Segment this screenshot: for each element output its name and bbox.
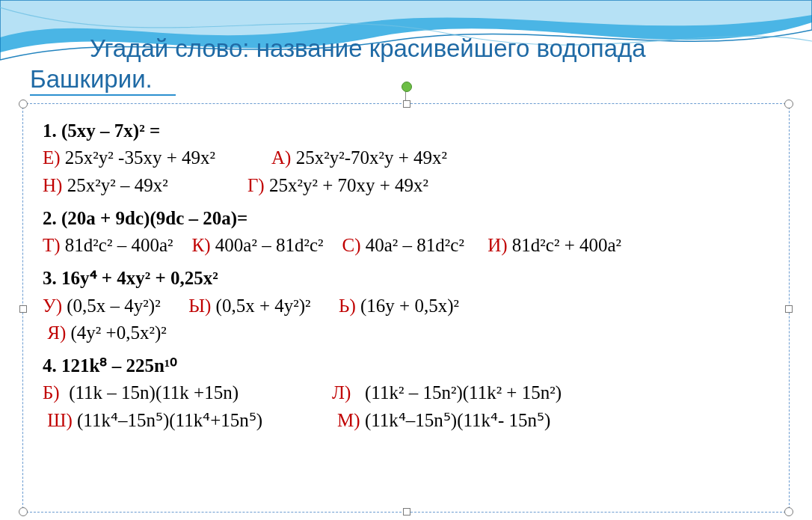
answer-text: 25x²y² + 70xy + 49x² xyxy=(269,175,428,195)
answer-letter: Т) xyxy=(43,235,61,255)
answer-text: (4y² +0,5x²)² xyxy=(71,322,167,343)
q1-answer-E: Е) 25x²y² ‑35xy + 49x² xyxy=(43,144,215,171)
q3-answer-U: У) (0,5x – 4y²)² xyxy=(43,293,161,319)
answer-letter: Л) xyxy=(332,382,351,403)
q4-answer-M: М) (11k⁴–15n⁵)(11k⁴‑ 15n⁵) xyxy=(337,407,550,434)
answer-text: (16y + 0,5x)² xyxy=(360,296,459,316)
q1-answer-A: А) 25x²y²‑70x²y + 49x² xyxy=(271,144,447,171)
q3-answer-Ya: Я) (4y² +0,5x²)² xyxy=(47,319,167,346)
answer-letter: И) xyxy=(487,235,507,255)
answer-letter: А) xyxy=(271,147,291,168)
q4-expression: 121k⁸ – 225n¹⁰ xyxy=(61,355,177,376)
resize-handle-ml[interactable] xyxy=(19,305,27,313)
q2-answer-T: Т) 81d²c² – 400a² xyxy=(43,232,173,259)
q1-answer-G: Г) 25x²y² + 70xy + 49x² xyxy=(247,172,428,199)
q4-answer-B: Б) (11k – 15n)(11k +15n) xyxy=(43,379,239,406)
q2-expression: (20a + 9dc)(9dc – 20a)= xyxy=(61,208,247,228)
q1-label: 1. xyxy=(43,120,57,141)
q4-answers: Б) (11k – 15n)(11k +15n) Л) (11k² – 15n²… xyxy=(43,379,769,434)
answer-text: 40a² – 81d²c² xyxy=(366,235,464,255)
q3-expression: 16y⁴ + 4xy² + 0,25x² xyxy=(61,268,218,288)
q2-label: 2. xyxy=(43,208,57,228)
answer-text: (11k⁴–15n⁵)(11k⁴+15n⁵) xyxy=(77,410,262,430)
rotation-connector xyxy=(405,91,406,101)
resize-handle-tm[interactable] xyxy=(403,100,410,108)
answer-letter: Я) xyxy=(47,322,66,343)
answer-text: (11k² – 15n²)(11k² + 15n²) xyxy=(365,382,562,403)
answer-letter: Г) xyxy=(247,175,265,195)
q1-answer-N: Н) 25x²y² – 49x² xyxy=(43,172,168,199)
answer-text: (11k – 15n)(11k +15n) xyxy=(69,382,239,403)
q2-answer-K: К) 400a² – 81d²c² xyxy=(192,232,324,259)
answer-text: 25x²y² – 49x² xyxy=(67,175,168,195)
answer-text: 25x²y² ‑35xy + 49x² xyxy=(65,147,215,168)
q2-answer-I: И) 81d²c² + 400a² xyxy=(487,235,621,255)
rotation-handle[interactable] xyxy=(402,82,412,92)
q4-label: 4. xyxy=(43,355,57,376)
slide: Угадай слово: название красивейшего водо… xyxy=(0,0,812,520)
answer-text: 25x²y²‑70x²y + 49x² xyxy=(296,147,447,168)
answer-letter: У) xyxy=(43,296,62,316)
answer-letter: Ш) xyxy=(47,410,73,430)
answer-text: (0,5x – 4y²)² xyxy=(67,296,160,316)
answer-text: (11k⁴–15n⁵)(11k⁴‑ 15n⁵) xyxy=(365,410,551,430)
q2-answer-S: С) 40a² – 81d²c² xyxy=(342,232,464,259)
answer-letter: Б) xyxy=(43,382,60,403)
title-line-2: Башкирии. xyxy=(30,65,153,93)
answer-text: 400a² – 81d²c² xyxy=(215,235,324,255)
title-line-1: Угадай слово: название красивейшего водо… xyxy=(90,34,646,62)
answer-letter: Ь) xyxy=(339,296,356,316)
q4-answer-Sh: Ш) (11k⁴–15n⁵)(11k⁴+15n⁵) xyxy=(47,407,262,434)
answer-text: (0,5x + 4y²)² xyxy=(216,296,311,316)
answer-letter: М) xyxy=(337,410,360,430)
answer-letter: Е) xyxy=(43,147,61,168)
question-4: 4. 121k⁸ – 225n¹⁰ xyxy=(43,352,769,379)
q1-expression: (5xy – 7x)² = xyxy=(61,120,160,141)
answer-text: 81d²c² + 400a² xyxy=(512,235,621,255)
question-3: 3. 16y⁴ + 4xy² + 0,25x² xyxy=(43,265,769,292)
answer-letter: Н) xyxy=(43,175,62,195)
question-2: 2. (20a + 9dc)(9dc – 20a)= xyxy=(43,205,769,232)
q3-answer-Yi: Ы) (0,5x + 4y²)² xyxy=(188,293,310,319)
content-body: 1. (5xy – 7x)² = Е) 25x²y² ‑35xy + 49x² … xyxy=(43,117,769,434)
resize-handle-br[interactable] xyxy=(784,507,793,516)
resize-handle-tr[interactable] xyxy=(784,100,793,108)
resize-handle-mr[interactable] xyxy=(785,305,793,313)
q2-answers: Т) 81d²c² – 400a² К) 400a² – 81d²c² С) 4… xyxy=(43,232,769,259)
resize-handle-bl[interactable] xyxy=(19,507,28,516)
answer-text: 81d²c² – 400a² xyxy=(65,235,173,255)
q3-answers: У) (0,5x – 4y²)² Ы) (0,5x + 4y²)² Ь) (16… xyxy=(43,293,769,347)
resize-handle-bm[interactable] xyxy=(403,508,410,516)
resize-handle-tl[interactable] xyxy=(19,100,28,108)
answer-letter: С) xyxy=(342,235,360,255)
question-1: 1. (5xy – 7x)² = xyxy=(43,117,769,144)
q3-answer-Soft: Ь) (16y + 0,5x)² xyxy=(339,293,459,319)
answer-letter: Ы) xyxy=(188,296,211,316)
q3-label: 3. xyxy=(43,268,57,288)
q1-answers: Е) 25x²y² ‑35xy + 49x² А) 25x²y²‑70x²y +… xyxy=(43,144,769,199)
q4-answer-L: Л) (11k² – 15n²)(11k² + 15n²) xyxy=(332,379,562,406)
title-underline xyxy=(30,94,176,96)
answer-letter: К) xyxy=(192,235,211,255)
content-textbox[interactable]: 1. (5xy – 7x)² = Е) 25x²y² ‑35xy + 49x² … xyxy=(22,103,790,513)
